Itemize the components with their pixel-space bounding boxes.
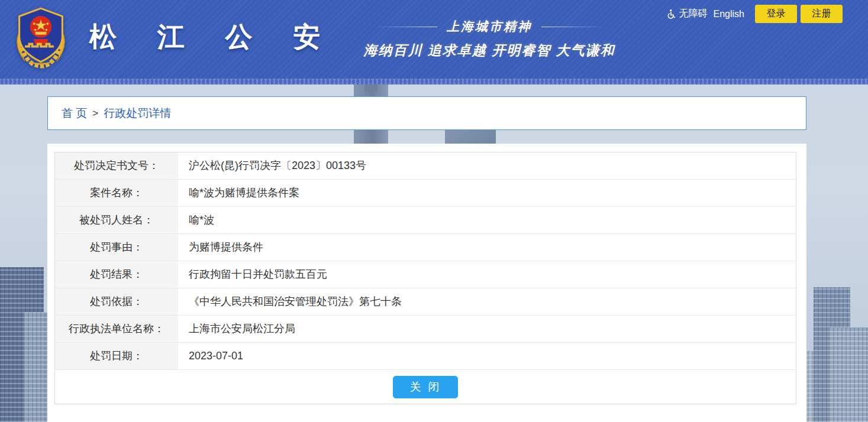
row-label: 处罚结果： <box>55 261 178 288</box>
penalty-rows-container: 处罚决定书文号： 沪公松(昆)行罚决字〔2023〕00133号 案件名称： 喻*… <box>55 152 796 370</box>
table-row: 处罚事由： 为赌博提供条件 <box>55 234 796 261</box>
row-value: 上海市公安局松江分局 <box>178 316 796 342</box>
table-row: 行政执法单位名称： 上海市公安局松江分局 <box>55 316 796 343</box>
page: 松 江 公 安 上海城市精神 海纳百川 追求卓越 开明睿智 大气谦和 无障碍 E… <box>0 0 868 422</box>
row-value: 2023-07-01 <box>178 343 796 369</box>
register-button[interactable]: 注册 <box>801 5 843 23</box>
accessibility-link[interactable]: 无障碍 <box>679 8 708 20</box>
close-button[interactable]: 关 闭 <box>393 376 458 398</box>
breadcrumb-current-page: 行政处罚详情 <box>104 106 171 121</box>
row-label: 处罚日期： <box>55 343 178 369</box>
wheelchair-accessibility-icon <box>665 9 676 20</box>
button-row: 关 闭 <box>55 370 796 404</box>
row-label: 处罚决定书文号： <box>55 152 178 179</box>
table-row: 处罚结果： 行政拘留十日并处罚款五百元 <box>55 261 796 288</box>
row-value: 为赌博提供条件 <box>178 234 796 261</box>
motto-divider-right <box>541 27 604 27</box>
header-controls: 无障碍 English 登录 注册 <box>665 5 843 23</box>
city-motto: 上海城市精神 海纳百川 追求卓越 开明睿智 大气谦和 <box>350 18 628 60</box>
table-row: 处罚日期： 2023-07-01 <box>55 343 796 370</box>
row-label: 行政执法单位名称： <box>55 316 178 342</box>
motto-divider-left <box>375 27 437 27</box>
penalty-detail-table: 处罚决定书文号： 沪公松(昆)行罚决字〔2023〕00133号 案件名称： 喻*… <box>54 152 796 404</box>
login-button[interactable]: 登录 <box>755 5 797 23</box>
english-link[interactable]: English <box>714 9 744 20</box>
motto-title: 上海城市精神 <box>447 18 532 35</box>
penalty-detail-panel: 处罚决定书文号： 沪公松(昆)行罚决字〔2023〕00133号 案件名称： 喻*… <box>47 144 806 422</box>
breadcrumb: 首 页 > 行政处罚详情 <box>47 96 806 130</box>
site-title: 松 江 公 安 <box>89 19 337 56</box>
site-header: 松 江 公 安 上海城市精神 海纳百川 追求卓越 开明睿智 大气谦和 无障碍 E… <box>0 0 868 79</box>
row-value: 行政拘留十日并处罚款五百元 <box>178 261 796 288</box>
motto-line: 海纳百川 追求卓越 开明睿智 大气谦和 <box>350 41 628 60</box>
table-row: 处罚依据： 《中华人民共和国治安管理处罚法》第七十条 <box>55 288 796 316</box>
row-label: 处罚事由： <box>55 234 178 261</box>
site-logo[interactable]: 松 江 公 安 <box>10 4 337 70</box>
row-value: 《中华人民共和国治安管理处罚法》第七十条 <box>178 288 796 315</box>
police-badge-emblem-icon <box>10 4 72 70</box>
row-label: 处罚依据： <box>55 288 178 315</box>
row-value: 沪公松(昆)行罚决字〔2023〕00133号 <box>178 152 796 179</box>
header-decorative-band <box>0 79 868 85</box>
row-label: 被处罚人姓名： <box>55 207 178 233</box>
row-value: 喻*波为赌博提供条件案 <box>178 180 796 206</box>
breadcrumb-separator: > <box>92 108 98 119</box>
background-building <box>829 327 868 422</box>
row-value: 喻*波 <box>178 207 796 233</box>
table-row: 被处罚人姓名： 喻*波 <box>55 207 796 234</box>
row-label: 案件名称： <box>55 180 178 206</box>
table-row: 处罚决定书文号： 沪公松(昆)行罚决字〔2023〕00133号 <box>55 152 796 180</box>
breadcrumb-home-link[interactable]: 首 页 <box>62 106 87 121</box>
table-row: 案件名称： 喻*波为赌博提供条件案 <box>55 180 796 207</box>
